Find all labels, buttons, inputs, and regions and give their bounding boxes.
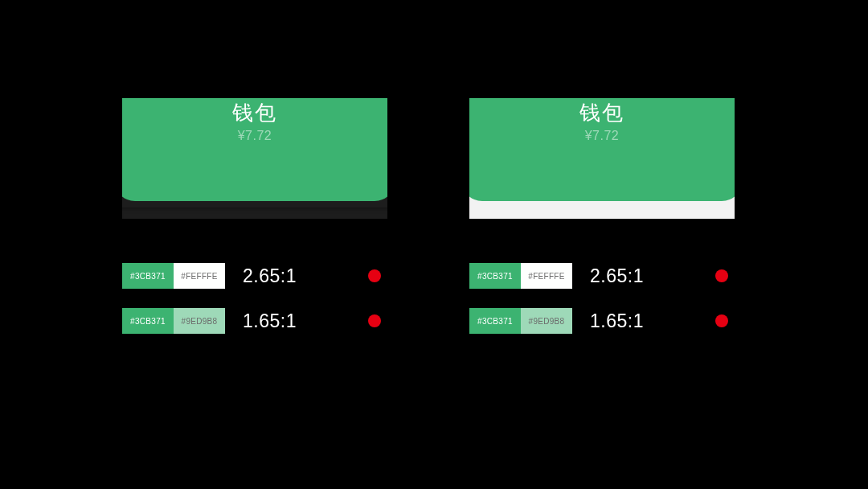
- wallet-title: 钱包: [469, 98, 735, 127]
- panel-light: 钱包 ¥7.72 #3CB371 #FEFFFE 2.65:1 #3CB371 …: [469, 98, 735, 352]
- wallet-card: 钱包 ¥7.72: [469, 98, 735, 201]
- wallet-card: 钱包 ¥7.72: [122, 98, 387, 201]
- phone-preview-light: 钱包 ¥7.72: [469, 98, 735, 219]
- status-dot-fail-icon: [715, 314, 728, 327]
- contrast-row: #3CB371 #9ED9B8 1.65:1: [469, 307, 735, 335]
- status-dot-fail-icon: [715, 269, 728, 282]
- contrast-ratio: 1.65:1: [243, 310, 309, 332]
- swatch-2: #9ED9B8: [521, 308, 572, 334]
- contrast-ratio: 2.65:1: [243, 265, 309, 287]
- swatch-2: #FEFFFE: [521, 263, 572, 289]
- swatch-2: #FEFFFE: [174, 263, 225, 289]
- swatch-1: #3CB371: [469, 308, 521, 334]
- swatch-pair: #3CB371 #9ED9B8: [469, 308, 572, 334]
- swatch-2: #9ED9B8: [174, 308, 225, 334]
- contrast-row: #3CB371 #FEFFFE 2.65:1: [122, 262, 387, 290]
- contrast-ratio: 1.65:1: [590, 310, 656, 332]
- swatch-1: #3CB371: [122, 263, 174, 289]
- swatch-pair: #3CB371 #9ED9B8: [122, 308, 225, 334]
- wallet-amount: ¥7.72: [469, 129, 735, 143]
- swatch-1: #3CB371: [122, 308, 174, 334]
- swatch-1: #3CB371: [469, 263, 521, 289]
- wallet-amount: ¥7.72: [122, 129, 387, 143]
- swatch-pair: #3CB371 #FEFFFE: [469, 263, 572, 289]
- status-dot-fail-icon: [368, 269, 381, 282]
- contrast-rows-dark: #3CB371 #FEFFFE 2.65:1 #3CB371 #9ED9B8 1…: [122, 262, 387, 352]
- swatch-pair: #3CB371 #FEFFFE: [122, 263, 225, 289]
- contrast-row: #3CB371 #9ED9B8 1.65:1: [122, 307, 387, 335]
- contrast-ratio: 2.65:1: [590, 265, 656, 287]
- contrast-rows-light: #3CB371 #FEFFFE 2.65:1 #3CB371 #9ED9B8 1…: [469, 262, 735, 352]
- panel-dark: 钱包 ¥7.72 #3CB371 #FEFFFE 2.65:1 #3CB371 …: [122, 98, 387, 352]
- contrast-row: #3CB371 #FEFFFE 2.65:1: [469, 262, 735, 290]
- phone-preview-dark: 钱包 ¥7.72: [122, 98, 387, 219]
- wallet-title: 钱包: [122, 98, 387, 127]
- status-dot-fail-icon: [368, 314, 381, 327]
